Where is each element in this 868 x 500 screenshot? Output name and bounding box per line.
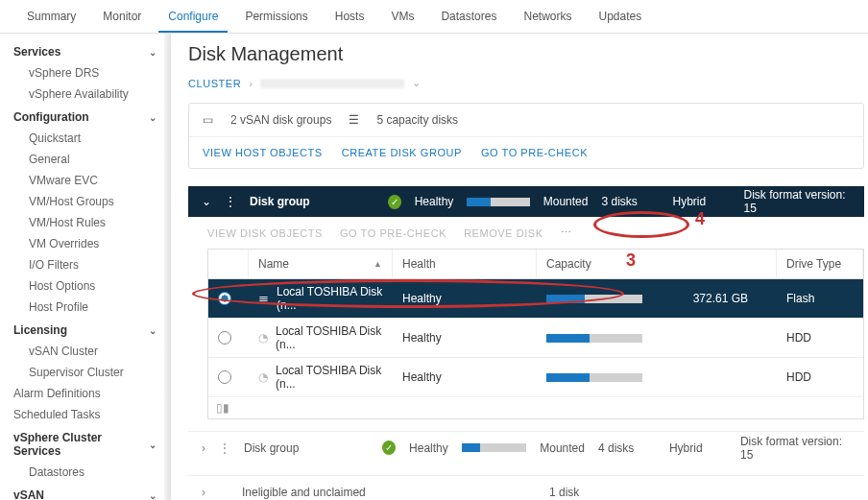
- table-footer: ▯▮: [208, 397, 863, 418]
- health-label: Healthy: [415, 195, 454, 208]
- chevron-down-icon: ⌄: [149, 440, 157, 450]
- sidebar-item-general[interactable]: General: [0, 149, 170, 170]
- breadcrumb: CLUSTER › ⌄: [188, 77, 868, 89]
- disk-type: Hybrid: [669, 441, 727, 455]
- disk-group-collapsed-row: › ⋮ Disk group ✓ Healthy Mounted 4 disks…: [188, 431, 864, 464]
- remove-disk-button[interactable]: REMOVE DISK: [464, 227, 542, 239]
- disk-type: Hybrid: [672, 195, 730, 208]
- view-host-objects-button[interactable]: VIEW HOST OBJECTS: [203, 147, 323, 158]
- drive-type: Flash: [777, 286, 863, 311]
- health-ok-icon: ✓: [382, 440, 396, 455]
- sidebar-item-host-options[interactable]: Host Options: [0, 275, 170, 297]
- sidebar: Services⌄vSphere DRSvSphere Availability…: [0, 34, 171, 500]
- tab-configure[interactable]: Configure: [158, 4, 228, 33]
- row-radio[interactable]: [218, 370, 231, 384]
- sidebar-item-datastores[interactable]: Datastores: [0, 462, 170, 483]
- go-to-pre-check-button[interactable]: GO TO PRE-CHECK: [340, 227, 446, 239]
- capacity-value: 372.61 GB: [693, 292, 748, 305]
- disk-group-icon: ▭: [203, 113, 213, 127]
- capacity-disks-count: 5 capacity disks: [376, 113, 458, 127]
- tab-summary[interactable]: Summary: [17, 4, 85, 33]
- sidebar-item-vsphere-drs[interactable]: vSphere DRS: [0, 62, 170, 83]
- chevron-down-icon[interactable]: ⌄: [412, 77, 422, 89]
- more-actions-icon[interactable]: ⋮: [219, 441, 230, 455]
- drive-type: HDD: [777, 365, 863, 390]
- table-row[interactable]: ≣Local TOSHIBA Disk (n...Healthy372.61 G…: [208, 279, 863, 319]
- chevron-down-icon: ⌄: [149, 490, 157, 501]
- sidebar-item-alarm-definitions[interactable]: Alarm Definitions: [0, 383, 170, 404]
- disk-group-label: Disk group: [250, 195, 374, 208]
- disk-table: Name▲ Health Capacity Drive Type ≣Local …: [207, 249, 864, 419]
- usage-bar: [546, 295, 642, 303]
- mount-label: Mounted: [540, 441, 585, 455]
- chevron-right-icon: ›: [249, 78, 253, 89]
- chevron-down-icon[interactable]: ⌄: [202, 195, 211, 208]
- go-to-pre-check-button[interactable]: GO TO PRE-CHECK: [481, 147, 588, 158]
- mount-label: Mounted: [543, 195, 589, 208]
- disk-name: Local TOSHIBA Disk (n...: [276, 364, 383, 391]
- sidebar-section-licensing[interactable]: Licensing⌄: [0, 318, 170, 341]
- disk-name: Local TOSHIBA Disk (n...: [276, 324, 383, 351]
- sidebar-item-i-o-filters[interactable]: I/O Filters: [0, 254, 170, 275]
- sidebar-section-vsan[interactable]: vSAN⌄: [0, 483, 170, 500]
- disk-groups-count: 2 vSAN disk groups: [230, 113, 331, 127]
- sidebar-item-vm-overrides[interactable]: VM Overrides: [0, 233, 170, 254]
- name-column-header[interactable]: Name▲: [249, 250, 393, 278]
- breadcrumb-current[interactable]: [260, 79, 404, 88]
- sidebar-item-vmware-evc[interactable]: VMware EVC: [0, 170, 170, 191]
- breadcrumb-root[interactable]: CLUSTER: [188, 78, 241, 89]
- format-version: Disk format version: 15: [740, 435, 851, 462]
- ineligible-label: Ineligible and unclaimed: [219, 486, 536, 499]
- health-label: Healthy: [409, 441, 448, 455]
- radio-column-header: [208, 250, 249, 278]
- sidebar-section-vsphere-cluster-services[interactable]: vSphere Cluster Services⌄: [0, 425, 170, 462]
- capacity-column-header[interactable]: Capacity: [537, 250, 777, 278]
- usage-bar: [546, 373, 642, 382]
- tab-datastores[interactable]: Datastores: [431, 4, 506, 33]
- create-disk-group-button[interactable]: CREATE DISK GROUP: [342, 147, 462, 158]
- more-actions-icon[interactable]: ⋯: [561, 226, 573, 239]
- row-radio[interactable]: [218, 292, 231, 305]
- sidebar-item-vm-host-rules[interactable]: VM/Host Rules: [0, 212, 170, 233]
- chevron-down-icon: ⌄: [149, 112, 157, 123]
- sidebar-item-vsan-cluster[interactable]: vSAN Cluster: [0, 341, 170, 362]
- disk-icon: ◔: [258, 331, 268, 345]
- sidebar-item-vsphere-availability[interactable]: vSphere Availability: [0, 83, 170, 105]
- more-actions-icon[interactable]: ⋮: [225, 195, 236, 208]
- tab-updates[interactable]: Updates: [589, 4, 651, 33]
- health-ok-icon: ✓: [388, 195, 401, 209]
- view-disk-objects-button[interactable]: VIEW DISK OBJECTS: [207, 227, 323, 239]
- disk-count: 1 disk: [549, 486, 607, 499]
- row-radio[interactable]: [218, 331, 231, 345]
- health-column-header[interactable]: Health: [393, 250, 537, 278]
- disk-name: Local TOSHIBA Disk (n...: [277, 285, 383, 312]
- page-title: Disk Management: [188, 43, 868, 65]
- sidebar-item-scheduled-tasks[interactable]: Scheduled Tasks: [0, 404, 170, 425]
- drivetype-column-header[interactable]: Drive Type: [777, 250, 863, 278]
- ineligible-collapsed-row: › Ineligible and unclaimed 1 disk: [188, 475, 864, 500]
- table-header-row: Name▲ Health Capacity Drive Type: [208, 250, 863, 279]
- disk-health: Healthy: [393, 286, 537, 311]
- chevron-right-icon[interactable]: ›: [202, 441, 205, 455]
- usage-bar: [462, 443, 527, 452]
- table-row[interactable]: ◔Local TOSHIBA Disk (n...HealthyHDD: [208, 319, 863, 358]
- sidebar-item-host-profile[interactable]: Host Profile: [0, 297, 170, 318]
- table-row[interactable]: ◔Local TOSHIBA Disk (n...HealthyHDD: [208, 358, 863, 397]
- tab-networks[interactable]: Networks: [514, 4, 581, 33]
- usage-bar: [467, 198, 529, 206]
- tab-vms[interactable]: VMs: [381, 4, 423, 33]
- tab-permissions[interactable]: Permissions: [235, 4, 317, 33]
- tab-monitor[interactable]: Monitor: [93, 4, 151, 33]
- disk-group-expanded-header: ⌄ ⋮ Disk group ✓ Healthy Mounted 3 disks…: [188, 186, 864, 217]
- tab-hosts[interactable]: Hosts: [326, 4, 374, 33]
- sidebar-item-quickstart[interactable]: Quickstart: [0, 128, 170, 149]
- chevron-right-icon[interactable]: ›: [202, 486, 205, 499]
- sidebar-item-supervisor-cluster[interactable]: Supervisor Cluster: [0, 362, 170, 383]
- main-panel: Disk Management CLUSTER › ⌄ ▭ 2 vSAN dis…: [171, 34, 868, 500]
- sidebar-section-configuration[interactable]: Configuration⌄: [0, 105, 170, 128]
- sidebar-section-services[interactable]: Services⌄: [0, 39, 170, 62]
- disk-group-label: Disk group: [244, 441, 369, 455]
- sidebar-item-vm-host-groups[interactable]: VM/Host Groups: [0, 191, 170, 212]
- chevron-down-icon: ⌄: [149, 325, 157, 336]
- top-tabs: SummaryMonitorConfigurePermissionsHostsV…: [0, 0, 868, 34]
